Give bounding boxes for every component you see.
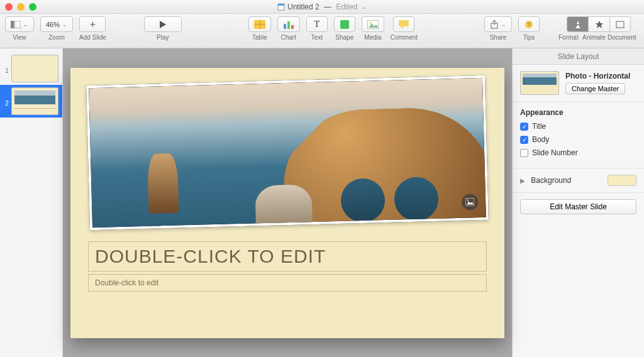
document-label: Document: [608, 34, 639, 41]
comment-button[interactable]: [393, 16, 414, 32]
zoom-value: 46%: [46, 21, 60, 28]
title-checkbox-label: Title: [532, 122, 546, 131]
chart-label: Chart: [281, 34, 296, 41]
svg-rect-21: [616, 21, 624, 28]
window-title: Untitled 2 — Edited ⌄: [0, 3, 644, 11]
slide-number: 1: [4, 55, 9, 74]
master-section: Photo - Horizontal Change Master: [513, 65, 644, 102]
title-chevron-icon[interactable]: ⌄: [360, 4, 367, 10]
shape-label: Shape: [335, 34, 353, 41]
zoom-button[interactable]: 46%⌄: [40, 16, 73, 32]
svg-rect-11: [340, 20, 349, 29]
format-label: Format: [558, 34, 582, 41]
tips-icon: ?: [525, 20, 533, 29]
close-window-button[interactable]: [5, 3, 13, 11]
svg-marker-16: [401, 26, 404, 29]
background-color-swatch[interactable]: [608, 175, 636, 186]
format-inspector: Slide Layout Photo - Horizontal Change M…: [512, 48, 644, 357]
media-button[interactable]: [362, 16, 384, 32]
play-button[interactable]: [144, 16, 182, 32]
media-icon: [367, 20, 379, 29]
share-button[interactable]: ⌄: [484, 16, 512, 32]
animate-icon: [595, 20, 604, 29]
slide-number-checkbox[interactable]: [520, 149, 528, 157]
edited-indicator: Edited: [336, 3, 357, 11]
change-master-button[interactable]: Change Master: [565, 83, 625, 94]
text-label: Text: [311, 34, 323, 41]
body-placeholder[interactable]: Double-click to edit: [88, 274, 487, 292]
window-controls: [5, 3, 36, 11]
media-label: Media: [364, 34, 381, 41]
svg-rect-15: [399, 20, 409, 26]
title-placeholder[interactable]: DOUBLE-CLICK TO EDIT: [88, 241, 487, 272]
table-label: Table: [252, 34, 267, 41]
svg-marker-23: [467, 201, 474, 204]
fullscreen-window-button[interactable]: [29, 3, 36, 11]
format-tab[interactable]: [567, 16, 588, 32]
inspector-header: Slide Layout: [513, 48, 644, 65]
slide-navigator[interactable]: 1 2: [0, 48, 63, 357]
title-checkbox-row[interactable]: ✓ Title: [520, 122, 636, 131]
play-label: Play: [157, 34, 169, 41]
comment-label: Comment: [391, 34, 418, 41]
animate-label: Animate: [582, 34, 608, 41]
title-checkbox[interactable]: ✓: [520, 123, 528, 131]
svg-marker-20: [596, 21, 603, 28]
disclosure-triangle-icon[interactable]: ▶: [520, 177, 525, 184]
body-text: Double-click to edit: [95, 278, 158, 287]
text-button[interactable]: T: [306, 16, 328, 32]
slide-canvas[interactable]: DOUBLE-CLICK TO EDIT Double-click to edi…: [63, 48, 512, 357]
view-icon: [11, 21, 21, 28]
svg-rect-3: [14, 21, 21, 28]
svg-rect-8: [284, 24, 286, 29]
tips-button[interactable]: ?: [518, 16, 540, 32]
slide-thumbnail-2[interactable]: 2: [0, 85, 62, 118]
svg-rect-9: [287, 21, 290, 29]
chart-icon: [283, 20, 294, 29]
add-slide-label: Add Slide: [79, 34, 106, 41]
main-area: 1 2 DOUBLE-CLICK TO EDIT: [0, 48, 644, 357]
slide-number-checkbox-label: Slide Number: [532, 148, 578, 157]
share-label: Share: [490, 34, 507, 41]
edit-master-slide-button[interactable]: Edit Master Slide: [520, 199, 636, 214]
background-label: Background: [531, 176, 571, 185]
background-section: ▶ Background: [513, 168, 644, 193]
master-name: Photo - Horizontal: [565, 72, 630, 80]
slide-number: 2: [4, 87, 9, 107]
title-text: DOUBLE-CLICK TO EDIT: [95, 246, 480, 267]
toolbar: ⌄ View 46%⌄ Zoom + Add Slide Play Table …: [0, 14, 644, 48]
document-tab[interactable]: [609, 16, 631, 32]
svg-rect-10: [291, 25, 294, 29]
thumbnail-preview: [11, 87, 58, 115]
chart-button[interactable]: [277, 16, 300, 32]
body-checkbox[interactable]: ✓: [520, 136, 528, 144]
svg-point-24: [467, 199, 469, 200]
slide-number-checkbox-row[interactable]: Slide Number: [520, 148, 636, 157]
appearance-section: Appearance ✓ Title ✓ Body Slide Number: [513, 102, 644, 168]
thumbnail-preview: [11, 55, 58, 82]
animate-tab[interactable]: [588, 16, 609, 32]
image-placeholder-icon[interactable]: [462, 194, 479, 211]
photo-placeholder[interactable]: [86, 75, 489, 230]
svg-rect-1: [278, 4, 284, 6]
format-icon: [574, 20, 582, 29]
svg-rect-0: [278, 4, 284, 10]
slide-thumbnail-1[interactable]: 1: [0, 52, 62, 85]
table-button[interactable]: [248, 16, 271, 32]
svg-text:?: ?: [528, 21, 531, 28]
svg-point-14: [369, 21, 371, 23]
minimize-window-button[interactable]: [17, 3, 25, 11]
svg-rect-2: [11, 21, 14, 28]
shape-icon: [340, 20, 349, 29]
add-slide-button[interactable]: +: [79, 16, 106, 32]
body-checkbox-label: Body: [532, 135, 549, 144]
body-checkbox-row[interactable]: ✓ Body: [520, 135, 636, 144]
play-icon: [160, 21, 166, 28]
table-icon: [254, 20, 265, 29]
view-button[interactable]: ⌄: [5, 16, 34, 32]
slide[interactable]: DOUBLE-CLICK TO EDIT Double-click to edi…: [70, 68, 504, 338]
shape-button[interactable]: [334, 16, 355, 32]
edit-master-section: Edit Master Slide: [513, 193, 644, 221]
text-icon: T: [314, 19, 319, 30]
document-icon: [277, 3, 285, 11]
